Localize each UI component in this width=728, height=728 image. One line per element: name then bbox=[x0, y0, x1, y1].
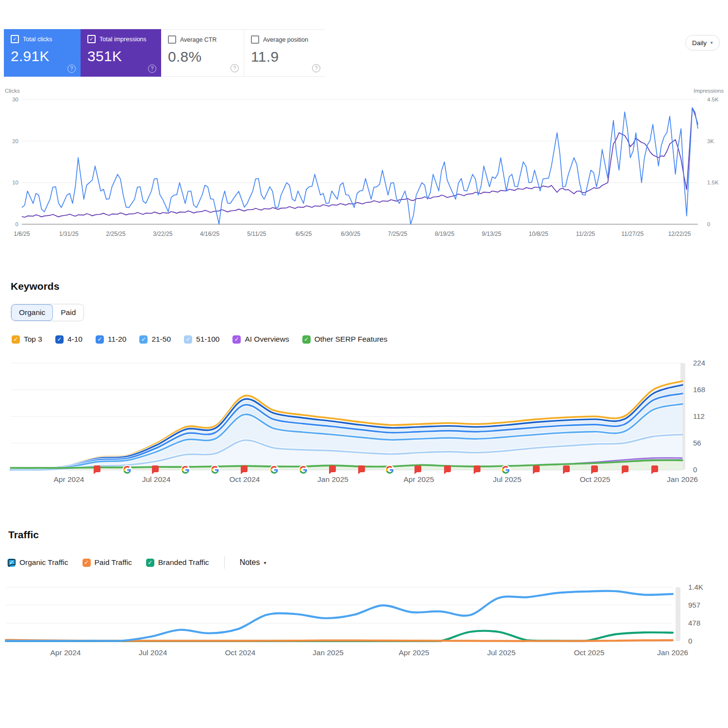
legend-item-other-serp-features[interactable]: ✓Other SERP Features bbox=[302, 335, 387, 344]
svg-text:12/22/25: 12/22/25 bbox=[668, 231, 691, 237]
svg-text:Apr 2024: Apr 2024 bbox=[50, 648, 81, 657]
legend-label: Top 3 bbox=[24, 335, 42, 344]
legend-item-51-100[interactable]: ✓51-100 bbox=[184, 335, 219, 344]
metric-card-average-ctr[interactable]: Average CTR0.8%? bbox=[161, 29, 244, 77]
divider bbox=[224, 556, 225, 569]
svg-text:0: 0 bbox=[693, 465, 697, 474]
legend-item-ai-overviews[interactable]: ✓AI Overviews bbox=[232, 335, 289, 344]
tab-organic[interactable]: Organic bbox=[11, 304, 53, 321]
svg-text:478: 478 bbox=[688, 619, 700, 627]
red-flag-marker-icon bbox=[94, 465, 100, 474]
checked-checkbox-icon: ✓ bbox=[83, 559, 91, 567]
google-g-icon bbox=[501, 465, 511, 475]
checked-checkbox-icon: ✓ bbox=[11, 35, 19, 43]
svg-text:Apr 2024: Apr 2024 bbox=[54, 475, 84, 483]
svg-text:3K: 3K bbox=[707, 138, 714, 144]
legend-label: Organic Traffic bbox=[19, 558, 68, 567]
red-flag-marker-icon bbox=[152, 465, 159, 474]
help-icon[interactable]: ? bbox=[148, 65, 156, 73]
svg-text:Jul 2024: Jul 2024 bbox=[142, 475, 171, 483]
legend-label: 4-10 bbox=[67, 335, 83, 344]
legend-item-paid-traffic[interactable]: ✓Paid Traffic bbox=[83, 558, 132, 567]
keywords-section-title: Keywords bbox=[11, 281, 59, 292]
svg-text:Impressions: Impressions bbox=[694, 88, 724, 94]
svg-text:0: 0 bbox=[707, 221, 710, 227]
red-flag-marker-icon bbox=[414, 465, 421, 474]
legend-item-4-10[interactable]: ✓4-10 bbox=[55, 335, 83, 344]
note-flag-icon bbox=[7, 558, 17, 567]
metric-card-label: Total clicks bbox=[23, 36, 52, 43]
legend-label: Paid Traffic bbox=[95, 558, 132, 567]
red-flag-marker-icon bbox=[444, 465, 451, 474]
legend-item-21-50[interactable]: ✓21-50 bbox=[139, 335, 171, 344]
svg-text:Oct 2024: Oct 2024 bbox=[230, 475, 260, 483]
red-flag-marker-icon bbox=[474, 465, 480, 474]
help-icon[interactable]: ? bbox=[67, 65, 76, 73]
checked-checkbox-icon: ✓ bbox=[184, 335, 192, 344]
metric-card-value: 2.91K bbox=[11, 48, 75, 65]
svg-text:9/13/25: 9/13/25 bbox=[482, 231, 501, 237]
svg-text:56: 56 bbox=[693, 439, 701, 447]
notes-dropdown[interactable]: Notes▾ bbox=[240, 558, 266, 567]
svg-text:Jul 2025: Jul 2025 bbox=[487, 648, 516, 657]
checked-checkbox-icon: ✓ bbox=[55, 335, 64, 344]
svg-text:112: 112 bbox=[693, 412, 705, 420]
svg-text:5/11/25: 5/11/25 bbox=[247, 231, 266, 237]
chevron-down-icon: ▾ bbox=[264, 560, 266, 565]
legend-label: 51-100 bbox=[196, 335, 219, 344]
svg-text:1/31/25: 1/31/25 bbox=[59, 231, 79, 237]
checked-checkbox-icon: ✓ bbox=[232, 335, 241, 344]
red-flag-marker-icon bbox=[241, 465, 248, 474]
legend-label: 21-50 bbox=[151, 335, 171, 344]
svg-text:1.5K: 1.5K bbox=[707, 180, 719, 185]
svg-text:Apr 2025: Apr 2025 bbox=[399, 648, 430, 657]
google-g-icon bbox=[269, 465, 279, 475]
metric-card-total-clicks[interactable]: ✓Total clicks2.91K? bbox=[4, 29, 81, 77]
svg-text:1.4K: 1.4K bbox=[688, 583, 703, 591]
legend-item-branded-traffic[interactable]: ✓Branded Traffic bbox=[146, 558, 209, 567]
metric-card-label: Average CTR bbox=[180, 36, 217, 43]
google-g-icon bbox=[385, 465, 395, 475]
svg-text:10: 10 bbox=[12, 180, 18, 185]
svg-text:0: 0 bbox=[688, 637, 692, 645]
checked-checkbox-icon: ✓ bbox=[96, 335, 104, 344]
search-performance-dashboard: { "cards": { "items": [ {"name":"total-c… bbox=[0, 0, 728, 728]
legend-label: AI Overviews bbox=[245, 335, 289, 344]
red-flag-marker-icon bbox=[329, 465, 336, 474]
legend-item-top-3[interactable]: ✓Top 3 bbox=[12, 335, 42, 344]
traffic-section-title: Traffic bbox=[8, 529, 39, 541]
checked-checkbox-icon: ✓ bbox=[146, 559, 154, 567]
checked-checkbox-icon: ✓ bbox=[139, 335, 148, 344]
keyword-positions-chart[interactable]: 056112168224Apr 2024Jul 2024Oct 2024Jan … bbox=[0, 357, 728, 490]
metric-cards: ✓Total clicks2.91K?✓Total impressions351… bbox=[4, 29, 325, 77]
help-icon[interactable]: ? bbox=[231, 64, 239, 72]
svg-text:30: 30 bbox=[12, 97, 18, 102]
legend-item-11-20[interactable]: ✓11-20 bbox=[96, 335, 127, 344]
svg-text:Jan 2025: Jan 2025 bbox=[317, 475, 348, 483]
metric-card-total-impressions[interactable]: ✓Total impressions351K? bbox=[81, 29, 161, 77]
checked-checkbox-icon: ✓ bbox=[87, 35, 96, 43]
red-flag-marker-icon bbox=[622, 465, 629, 474]
period-dropdown[interactable]: Daily ▾ bbox=[685, 35, 720, 50]
svg-text:11/2/25: 11/2/25 bbox=[576, 231, 595, 237]
red-flag-marker-icon bbox=[358, 465, 365, 474]
unchecked-checkbox-icon bbox=[251, 35, 259, 44]
tab-paid[interactable]: Paid bbox=[53, 304, 83, 321]
svg-text:6/30/25: 6/30/25 bbox=[341, 231, 360, 237]
svg-text:11/27/25: 11/27/25 bbox=[621, 231, 644, 237]
clicks-impressions-chart[interactable]: ClicksImpressions010203001.5K3K4.5K1/6/2… bbox=[0, 86, 728, 242]
svg-text:957: 957 bbox=[688, 601, 700, 609]
metric-card-average-position[interactable]: Average position11.9? bbox=[244, 29, 325, 77]
svg-text:Jul 2024: Jul 2024 bbox=[139, 648, 167, 657]
metric-card-value: 11.9 bbox=[251, 49, 319, 65]
svg-text:3/22/25: 3/22/25 bbox=[153, 231, 172, 237]
help-icon[interactable]: ? bbox=[312, 64, 320, 72]
svg-text:Oct 2024: Oct 2024 bbox=[225, 648, 256, 657]
svg-text:Jan 2026: Jan 2026 bbox=[667, 475, 698, 483]
svg-text:168: 168 bbox=[693, 385, 705, 394]
svg-text:6/5/25: 6/5/25 bbox=[296, 231, 312, 237]
metric-card-value: 0.8% bbox=[168, 49, 238, 65]
red-flag-marker-icon bbox=[563, 465, 570, 474]
traffic-chart[interactable]: 04789571.4KApr 2024Jul 2024Oct 2024Jan 2… bbox=[0, 580, 728, 662]
svg-text:10/8/25: 10/8/25 bbox=[529, 231, 548, 237]
